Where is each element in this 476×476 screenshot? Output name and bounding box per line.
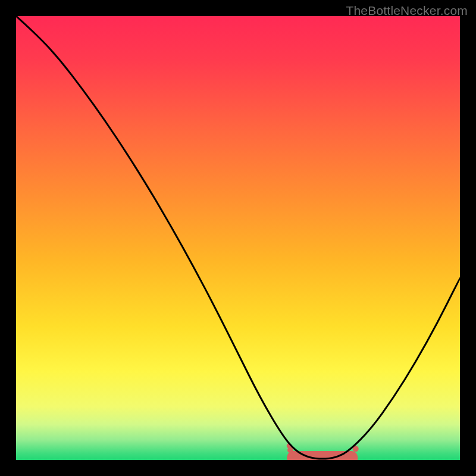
gradient-background [16,16,460,460]
chart-svg [16,16,460,460]
plot-area [16,16,460,460]
highlight-dot [290,451,296,457]
